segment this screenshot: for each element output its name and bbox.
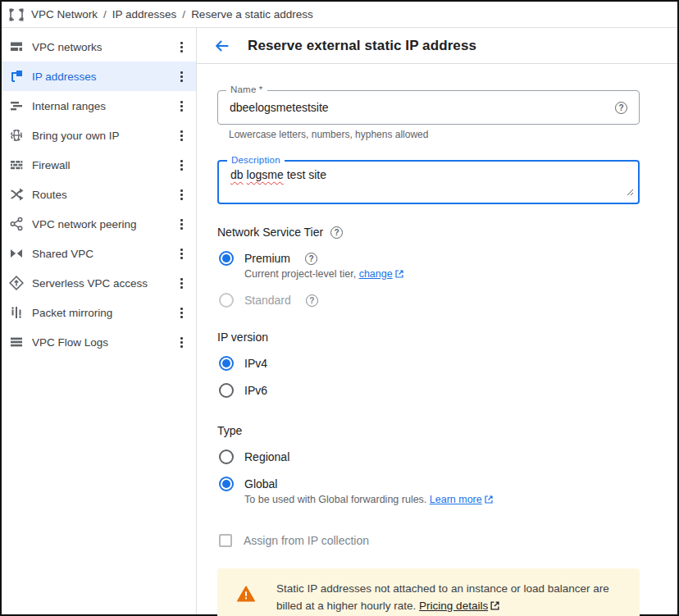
regional-radio[interactable] — [219, 449, 234, 464]
sidebar-item-vpc-flow-logs[interactable]: VPC Flow Logs — [2, 327, 196, 357]
sidebar-item-label: Firewall — [32, 159, 175, 171]
breadcrumb: VPC Network / IP addresses / Reserve a s… — [31, 8, 313, 21]
breadcrumb-item-ip-addresses[interactable]: IP addresses — [112, 8, 177, 21]
item-menu-kebab-icon[interactable] — [175, 275, 188, 292]
ipv6-radio[interactable] — [219, 383, 234, 398]
premium-note-text: Current project-level tier, — [244, 268, 359, 280]
reserve-ip-form: Name * dbeelogsmetestsite ? Lowercase le… — [197, 64, 677, 616]
sidebar-item-label: Shared VPC — [32, 248, 175, 260]
serverless-vpc-access-icon — [9, 276, 24, 290]
breadcrumb-item-reserve-static: Reserve a static address — [191, 8, 313, 21]
sidebar-item-label: Serverless VPC access — [32, 277, 175, 290]
ipv4-option[interactable]: IPv4 — [217, 356, 677, 371]
external-link-icon — [490, 599, 499, 616]
item-menu-kebab-icon[interactable] — [175, 39, 188, 56]
description-word: db — [230, 168, 244, 181]
sidebar-item-label: Internal ranges — [32, 100, 175, 112]
sidebar-item-vpc-networks[interactable]: VPC networks — [2, 32, 196, 62]
sidebar-item-label: IP addresses — [32, 71, 175, 83]
textarea-resize-handle-icon[interactable] — [627, 185, 634, 199]
standard-radio-label: Standard — [244, 294, 291, 307]
name-field[interactable]: Name * dbeelogsmetestsite ? — [217, 90, 640, 125]
sidebar-item-packet-mirroring[interactable]: Packet mirroring — [2, 298, 196, 327]
item-menu-kebab-icon[interactable] — [175, 98, 188, 115]
vpc-network-peering-icon — [9, 217, 24, 231]
item-menu-kebab-icon[interactable] — [175, 334, 188, 351]
sidebar-item-serverless-vpc-access[interactable]: Serverless VPC access — [2, 268, 196, 298]
item-menu-kebab-icon[interactable] — [175, 216, 188, 233]
back-button[interactable] — [208, 32, 236, 60]
breadcrumb-separator: / — [103, 8, 107, 21]
standard-radio[interactable] — [219, 293, 234, 308]
firewall-icon — [9, 157, 24, 172]
premium-help-icon[interactable]: ? — [305, 253, 317, 265]
bring-your-own-ip-icon — [9, 128, 24, 143]
regional-option[interactable]: Regional — [217, 449, 677, 464]
assign-ip-collection-checkbox[interactable] — [219, 534, 232, 547]
item-menu-kebab-icon[interactable] — [175, 127, 188, 144]
breadcrumb-bar: VPC Network / IP addresses / Reserve a s… — [2, 2, 677, 28]
sidebar-item-ip-addresses[interactable]: IP addresses — [2, 62, 196, 91]
item-menu-kebab-icon[interactable] — [175, 68, 188, 85]
sidebar-item-vpc-network-peering[interactable]: VPC network peering — [2, 209, 196, 239]
sidebar-item-label: VPC Flow Logs — [32, 336, 175, 349]
sidebar-item-label: VPC network peering — [32, 218, 175, 230]
type-section: Type — [217, 424, 677, 437]
sidebar-item-firewall[interactable]: Firewall — [2, 150, 196, 180]
ipv4-radio[interactable] — [219, 356, 234, 371]
description-field-value[interactable]: dblogsmetest site — [219, 162, 638, 188]
global-note-text: To be used with Global forwarding rules. — [244, 494, 430, 505]
item-menu-kebab-icon[interactable] — [175, 304, 188, 322]
network-service-tier-label: Network Service Tier — [217, 226, 323, 239]
regional-radio-label: Regional — [244, 450, 289, 463]
ipv4-radio-label: IPv4 — [244, 357, 267, 370]
breadcrumb-item-vpc-network[interactable]: VPC Network — [31, 8, 98, 21]
assign-ip-collection-option[interactable]: Assign from IP collection — [217, 534, 677, 547]
name-field-value[interactable]: dbeelogsmetestsite — [218, 101, 615, 114]
learn-more-link[interactable]: Learn more — [430, 494, 482, 505]
main-content: Reserve external static IP address Name … — [197, 28, 677, 614]
breadcrumb-separator: / — [182, 8, 185, 21]
name-help-icon[interactable]: ? — [615, 102, 627, 114]
global-radio-label: Global — [244, 477, 277, 491]
premium-tier-option[interactable]: Premium ? — [217, 251, 677, 266]
standard-tier-option[interactable]: Standard ? — [217, 293, 677, 308]
premium-radio[interactable] — [219, 251, 234, 266]
tier-help-icon[interactable]: ? — [330, 226, 343, 239]
sidebar-item-bring-your-own-ip[interactable]: Bring your own IP — [2, 121, 196, 150]
global-radio[interactable] — [219, 477, 234, 491]
vpc-sidebar: VPC networks IP addresses — [2, 28, 197, 614]
global-option[interactable]: Global — [217, 477, 677, 491]
sidebar-item-internal-ranges[interactable]: Internal ranges — [2, 91, 196, 121]
app-window: VPC Network / IP addresses / Reserve a s… — [0, 0, 679, 616]
sidebar-item-label: Packet mirroring — [32, 307, 175, 319]
external-link-icon — [485, 495, 493, 506]
assign-ip-collection-label: Assign from IP collection — [244, 534, 369, 547]
internal-ranges-icon — [9, 98, 24, 113]
vpc-networks-icon — [9, 39, 24, 54]
change-tier-link[interactable]: change — [359, 268, 393, 280]
vpc-network-icon — [8, 7, 25, 23]
sidebar-item-routes[interactable]: Routes — [2, 180, 196, 209]
description-field[interactable]: Description dblogsmetest site — [217, 160, 640, 204]
pricing-details-link[interactable]: Pricing details — [419, 600, 488, 612]
sidebar-item-shared-vpc[interactable]: Shared VPC — [2, 239, 196, 268]
warning-icon — [237, 586, 255, 605]
description-field-label: Description — [227, 155, 285, 165]
standard-help-icon[interactable]: ? — [306, 294, 318, 307]
ipv6-option[interactable]: IPv6 — [217, 383, 677, 398]
network-service-tier-section: Network Service Tier ? — [217, 226, 677, 239]
name-helper-text: Lowercase letters, numbers, hyphens allo… — [229, 129, 677, 140]
billing-warning-banner: Static IP addresses not attached to an i… — [217, 568, 640, 616]
item-menu-kebab-icon[interactable] — [175, 157, 188, 174]
page-header: Reserve external static IP address — [197, 28, 677, 64]
ip-version-section: IP version — [217, 331, 677, 344]
page-title: Reserve external static IP address — [248, 38, 476, 54]
description-word: logsme — [247, 168, 284, 181]
item-menu-kebab-icon[interactable] — [175, 245, 188, 262]
sidebar-item-label: Bring your own IP — [32, 130, 175, 142]
sidebar-item-label: Routes — [32, 189, 175, 201]
description-word: test site — [287, 168, 326, 181]
vpc-flow-logs-icon — [9, 335, 24, 349]
item-menu-kebab-icon[interactable] — [175, 186, 188, 203]
